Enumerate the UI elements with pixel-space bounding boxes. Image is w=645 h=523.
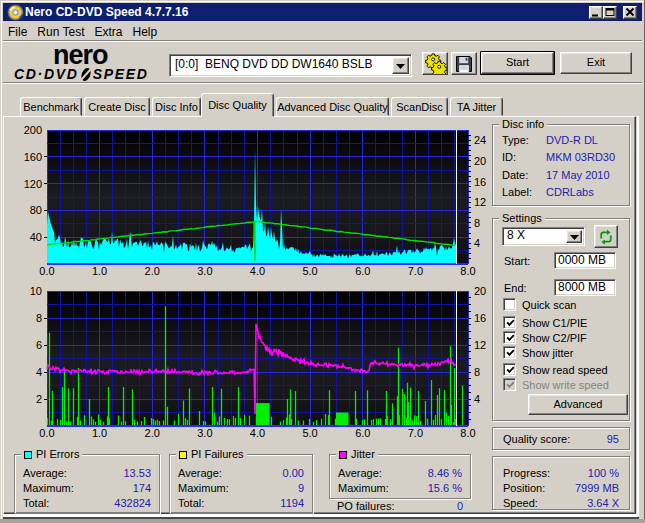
svg-text:80: 80	[30, 204, 42, 216]
svg-text:5.0: 5.0	[302, 265, 317, 277]
svg-text:3.0: 3.0	[197, 265, 212, 277]
svg-text:6: 6	[36, 339, 42, 351]
svg-text:2.0: 2.0	[145, 265, 160, 277]
svg-text:2.0: 2.0	[145, 427, 160, 439]
svg-text:6.0: 6.0	[355, 265, 370, 277]
svg-text:24: 24	[474, 134, 486, 146]
svg-text:0.0: 0.0	[39, 265, 54, 277]
svg-text:8: 8	[36, 312, 42, 324]
svg-text:3.0: 3.0	[197, 427, 212, 439]
svg-text:12: 12	[474, 339, 486, 351]
svg-text:4: 4	[474, 237, 480, 249]
svg-text:20: 20	[474, 285, 486, 297]
svg-text:10: 10	[30, 285, 42, 297]
svg-text:8: 8	[474, 366, 480, 378]
svg-text:16: 16	[474, 176, 486, 188]
svg-text:4: 4	[36, 366, 42, 378]
svg-text:4.0: 4.0	[250, 427, 265, 439]
svg-text:120: 120	[24, 178, 42, 190]
svg-text:40: 40	[30, 231, 42, 243]
svg-text:1.0: 1.0	[92, 427, 107, 439]
svg-text:7.0: 7.0	[408, 427, 423, 439]
svg-text:0.0: 0.0	[39, 427, 54, 439]
svg-text:4: 4	[474, 393, 480, 405]
svg-text:7.0: 7.0	[408, 265, 423, 277]
svg-text:200: 200	[24, 124, 42, 136]
svg-text:12: 12	[474, 196, 486, 208]
svg-text:1.0: 1.0	[92, 265, 107, 277]
svg-text:5.0: 5.0	[302, 427, 317, 439]
svg-text:8.0: 8.0	[460, 265, 475, 277]
svg-text:20: 20	[474, 155, 486, 167]
svg-text:6.0: 6.0	[355, 427, 370, 439]
svg-text:160: 160	[24, 151, 42, 163]
svg-text:16: 16	[474, 312, 486, 324]
svg-text:8.0: 8.0	[460, 427, 475, 439]
svg-text:2: 2	[36, 393, 42, 405]
svg-text:4.0: 4.0	[250, 265, 265, 277]
svg-text:8: 8	[474, 217, 480, 229]
